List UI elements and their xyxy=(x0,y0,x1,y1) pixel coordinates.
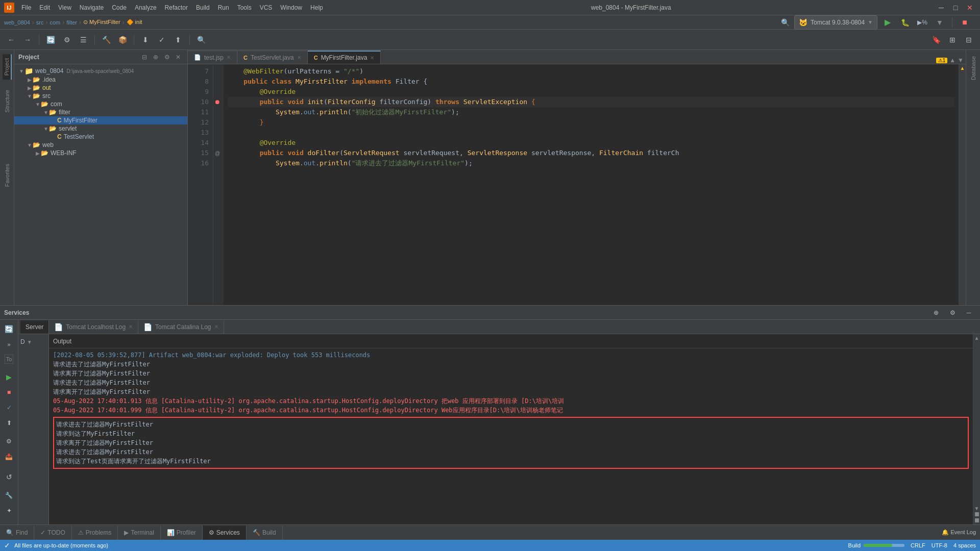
dropdown-d[interactable]: D ▼ xyxy=(20,336,46,347)
services-settings-btn[interactable]: ⚙ xyxy=(945,306,960,320)
frame-button[interactable]: ⊞ xyxy=(945,33,960,47)
tab-testjsp[interactable]: 📄 test.jsp ✕ xyxy=(188,51,237,64)
breadcrumb-class[interactable]: ⊙ MyFirstFilter xyxy=(83,19,120,26)
vcs-commit-button[interactable]: ✓ xyxy=(155,33,169,47)
tab-close[interactable]: ✕ xyxy=(129,324,133,330)
menu-tools[interactable]: Tools xyxy=(233,2,256,13)
settings-btn[interactable]: ⚙ xyxy=(162,52,172,62)
tab-tomcat-localhost[interactable]: 📄 Tomcat Localhost Log ✕ xyxy=(49,320,138,334)
services-refresh-btn[interactable]: 🔄 xyxy=(2,322,16,336)
maximize-button[interactable]: □ xyxy=(949,3,962,13)
run-config-selector[interactable]: 🐱 Tomcat 9.0.38-0804 ▼ xyxy=(794,15,877,30)
tab-close[interactable]: ✕ xyxy=(214,324,218,330)
services-pin-btn[interactable]: ⊕ xyxy=(929,306,943,320)
scroll-up-icon[interactable]: ▲ xyxy=(974,335,979,341)
menu-build[interactable]: Build xyxy=(192,2,214,13)
collapse-all-btn[interactable]: ⊟ xyxy=(139,52,150,62)
tree-item-web[interactable]: ▼ 📂 web xyxy=(14,141,187,149)
menu-window[interactable]: Window xyxy=(276,2,306,13)
tab-close-btn[interactable]: ✕ xyxy=(227,55,231,60)
sync-button[interactable]: 🔄 xyxy=(43,33,58,47)
statusbar-encoding[interactable]: UTF-8 xyxy=(932,542,947,548)
undeploy-btn[interactable]: 📤 xyxy=(2,449,16,464)
tree-item-filter[interactable]: ▼ 📂 filter xyxy=(14,108,187,116)
tab-testservlet[interactable]: C TestServlet.java ✕ xyxy=(237,51,308,64)
menu-code[interactable]: Code xyxy=(108,2,131,13)
menu-view[interactable]: View xyxy=(54,2,76,13)
tree-item-myfilter[interactable]: C MyFirstFilter xyxy=(14,116,187,124)
favorites-sidebar-tab[interactable]: Favorites xyxy=(3,160,11,191)
statusbar-crlf[interactable]: CRLF xyxy=(911,542,925,548)
navigate-up-btn[interactable]: ▲ xyxy=(949,57,955,64)
start-btn[interactable]: ▶ xyxy=(2,370,16,384)
tools-btn[interactable]: 🔧 xyxy=(2,488,16,503)
tab-server[interactable]: Server xyxy=(20,320,49,334)
bottom-tab-todo[interactable]: ✓ TODO xyxy=(34,525,71,540)
bottom-tab-terminal[interactable]: ▶ Terminal xyxy=(118,525,160,540)
event-log-btn[interactable]: 🔔 Event Log xyxy=(938,529,980,536)
layout-button[interactable]: ☰ xyxy=(76,33,90,47)
close-button[interactable]: ✕ xyxy=(964,3,976,13)
output-scrollbar[interactable]: ▲ ▼ xyxy=(973,334,980,524)
tree-item-webinf[interactable]: ▶ 📂 WEB-INF xyxy=(14,149,187,157)
layout2-button[interactable]: ⊟ xyxy=(962,33,976,47)
run-coverage-button[interactable]: ▶% xyxy=(915,15,929,30)
breadcrumb-com[interactable]: com xyxy=(50,19,60,26)
config-btn[interactable]: ⚙ xyxy=(2,434,16,448)
stop-button[interactable]: ■ xyxy=(958,15,972,30)
search-everywhere-button[interactable]: 🔍 xyxy=(194,33,208,47)
services-close-btn[interactable]: ─ xyxy=(962,306,976,320)
breakpoint-icon[interactable]: ⏺ xyxy=(213,97,222,107)
services-expand-btn[interactable]: » xyxy=(2,337,16,352)
locate-file-btn[interactable]: ⊕ xyxy=(151,52,161,62)
tab-close-btn[interactable]: ✕ xyxy=(370,55,374,61)
tree-item-out[interactable]: ▶ 📂 out xyxy=(14,84,187,92)
statusbar-indent[interactable]: 4 spaces xyxy=(953,542,976,548)
breadcrumb-method[interactable]: 🔶 init xyxy=(127,19,142,26)
tab-myfilter[interactable]: C MyFirstFilter.java ✕ xyxy=(308,51,381,64)
build-all-button[interactable]: 📦 xyxy=(115,33,130,47)
breadcrumb-project[interactable]: web_0804 xyxy=(4,19,30,26)
tree-item-com[interactable]: ▼ 📂 com xyxy=(14,100,187,108)
more-run-button[interactable]: ▼ xyxy=(933,15,947,30)
reload-btn[interactable]: ↺ xyxy=(2,470,16,484)
tree-item-idea[interactable]: ▶ 📂 .idea xyxy=(14,76,187,84)
menu-file[interactable]: File xyxy=(17,2,35,13)
scrollbar-right[interactable]: ▲ xyxy=(959,64,966,305)
tab-close-btn[interactable]: ✕ xyxy=(297,55,301,60)
breadcrumb-src[interactable]: src xyxy=(36,19,44,26)
settings-button[interactable]: ⚙ xyxy=(60,33,74,47)
menu-navigate[interactable]: Navigate xyxy=(76,2,108,13)
service-btn[interactable]: ✦ xyxy=(2,504,16,518)
tab-tomcat-catalina[interactable]: 📄 Tomcat Catalina Log ✕ xyxy=(138,320,224,334)
menu-refactor[interactable]: Refactor xyxy=(161,2,192,13)
minimize-button[interactable]: ─ xyxy=(935,3,947,13)
menu-help[interactable]: Help xyxy=(306,2,327,13)
tomcat-indicator[interactable]: To xyxy=(5,355,14,364)
redeploy-btn[interactable]: ✓ xyxy=(2,400,16,415)
structure-sidebar-tab[interactable]: Structure xyxy=(3,86,11,117)
search-breadcrumb-btn[interactable]: 🔍 xyxy=(778,15,792,30)
deploy-btn[interactable]: ⬆ xyxy=(2,416,16,430)
build-project-button[interactable]: 🔨 xyxy=(99,33,113,47)
tree-item-servlet[interactable]: ▼ 📂 servlet xyxy=(14,124,187,133)
menu-analyze[interactable]: Analyze xyxy=(131,2,161,13)
debug-button[interactable]: 🐛 xyxy=(898,15,912,30)
menu-run[interactable]: Run xyxy=(214,2,233,13)
run-button[interactable]: ▶ xyxy=(880,15,895,30)
stop-btn[interactable]: ■ xyxy=(2,385,16,399)
output-content[interactable]: [2022-08-05 05:39:52,877] Artifact web_0… xyxy=(49,348,973,524)
bottom-tab-build[interactable]: 🔨 Build xyxy=(247,525,283,540)
tree-item-web0804[interactable]: ▼ 📁 web_0804 D:\java-web-space\web_0804 xyxy=(14,66,187,76)
menu-edit[interactable]: Edit xyxy=(35,2,54,13)
scroll-down-icon[interactable]: ▼ xyxy=(974,506,979,511)
menu-vcs[interactable]: VCS xyxy=(256,2,277,13)
database-sidebar-tab[interactable]: Database xyxy=(969,52,977,84)
tree-item-src[interactable]: ▼ 📂 src xyxy=(14,92,187,100)
code-content[interactable]: @WebFilter(urlPatterns = "/*") public cl… xyxy=(224,64,959,305)
bottom-tab-find[interactable]: 🔍 Find xyxy=(0,525,34,540)
tree-item-testservlet[interactable]: C TestServlet xyxy=(14,133,187,141)
vcs-update-button[interactable]: ⬇ xyxy=(138,33,153,47)
breadcrumb-filter[interactable]: filter xyxy=(66,19,77,26)
bottom-tab-services[interactable]: ⚙ Services xyxy=(203,525,247,540)
